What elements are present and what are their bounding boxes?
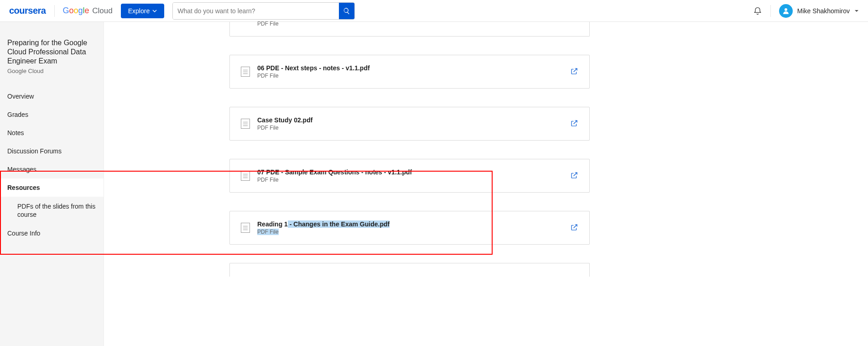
file-title-part1: Reading 1 bbox=[257, 220, 288, 228]
file-title: Reading 1 - Changes in the Exam Guide.pd… bbox=[257, 220, 563, 228]
user-menu[interactable]: Mike Shakhomirov bbox=[779, 4, 859, 18]
main-content: PDF File 06 PDE - Next steps - notes - v… bbox=[104, 22, 868, 346]
user-name: Mike Shakhomirov bbox=[797, 7, 850, 15]
coursera-logo[interactable]: coursera bbox=[9, 5, 46, 16]
file-type: PDF File bbox=[257, 125, 563, 131]
chevron-down-icon bbox=[152, 9, 157, 13]
file-icon bbox=[241, 119, 250, 129]
sidebar-item-resources[interactable]: Resources bbox=[0, 178, 104, 197]
external-link-icon bbox=[570, 171, 578, 179]
file-meta: Case Study 02.pdf PDF File bbox=[257, 116, 563, 131]
file-type: PDF File bbox=[257, 228, 563, 235]
header: coursera Google Cloud Explore Mike Shakh… bbox=[0, 0, 868, 22]
sidebar-item-discussion-forums[interactable]: Discussion Forums bbox=[0, 142, 104, 160]
avatar bbox=[779, 4, 793, 18]
file-meta: 07 PDE - Sample Exam Questions - notes -… bbox=[257, 168, 563, 183]
open-external-button[interactable] bbox=[570, 223, 578, 233]
file-card[interactable]: Case Study 02.pdf PDF File bbox=[229, 107, 590, 141]
open-external-button[interactable] bbox=[570, 171, 578, 181]
course-provider[interactable]: Google Cloud bbox=[7, 68, 96, 74]
open-external-button[interactable] bbox=[570, 119, 578, 129]
search-button[interactable] bbox=[339, 3, 354, 19]
notifications-button[interactable] bbox=[753, 6, 762, 16]
chevron-down-icon bbox=[854, 7, 859, 15]
file-meta: 06 PDE - Next steps - notes - v1.1.pdf P… bbox=[257, 64, 563, 79]
search-icon bbox=[343, 7, 350, 15]
open-external-button[interactable] bbox=[570, 67, 578, 77]
sidebar-item-course-info[interactable]: Course Info bbox=[0, 224, 104, 242]
external-link-icon bbox=[570, 67, 578, 75]
bell-icon bbox=[753, 6, 762, 16]
sidebar-item-overview[interactable]: Overview bbox=[0, 87, 104, 105]
file-type: PDF File bbox=[257, 73, 563, 79]
course-title[interactable]: Preparing for the Google Cloud Professio… bbox=[7, 38, 96, 66]
course-block: Preparing for the Google Cloud Professio… bbox=[0, 22, 104, 81]
google-cloud-logo[interactable]: Google Cloud bbox=[63, 6, 113, 16]
sidebar-item-notes[interactable]: Notes bbox=[0, 124, 104, 142]
file-type: PDF File bbox=[257, 21, 578, 27]
sidebar-item-messages[interactable]: Messages bbox=[0, 160, 104, 178]
file-title-part2-selected: - Changes in the Exam Guide.pdf bbox=[288, 220, 390, 228]
file-card[interactable]: Reading 5 - Exposing Solution Quality.pd… bbox=[229, 263, 590, 277]
file-type: PDF File bbox=[257, 177, 563, 183]
external-link-icon bbox=[570, 223, 578, 231]
file-icon bbox=[241, 171, 250, 181]
file-title: 07 PDE - Sample Exam Questions - notes -… bbox=[257, 168, 563, 176]
explore-label: Explore bbox=[128, 7, 150, 15]
divider bbox=[54, 5, 55, 17]
divider bbox=[770, 5, 771, 17]
file-meta: PDF File bbox=[257, 20, 578, 27]
file-icon bbox=[241, 223, 250, 233]
file-meta: Reading 1 - Changes in the Exam Guide.pd… bbox=[257, 220, 563, 235]
search-input[interactable] bbox=[173, 3, 339, 19]
sidebar-item-grades[interactable]: Grades bbox=[0, 105, 104, 124]
sidebar-item-pdfs-of-slides[interactable]: PDFs of the slides from this course bbox=[0, 197, 104, 224]
search-wrap bbox=[172, 2, 355, 20]
external-link-icon bbox=[570, 119, 578, 127]
person-icon bbox=[782, 7, 790, 15]
explore-button[interactable]: Explore bbox=[121, 4, 164, 18]
file-title: Case Study 02.pdf bbox=[257, 116, 563, 124]
file-card[interactable]: Reading 1 - Changes in the Exam Guide.pd… bbox=[229, 211, 590, 245]
file-card[interactable]: PDF File bbox=[229, 22, 590, 37]
file-meta: Reading 5 - Exposing Solution Quality.pd… bbox=[257, 271, 578, 277]
sidebar: Preparing for the Google Cloud Professio… bbox=[0, 22, 104, 346]
file-card[interactable]: 06 PDE - Next steps - notes - v1.1.pdf P… bbox=[229, 55, 590, 89]
file-icon bbox=[241, 67, 250, 77]
file-card[interactable]: 07 PDE - Sample Exam Questions - notes -… bbox=[229, 159, 590, 193]
file-title: 06 PDE - Next steps - notes - v1.1.pdf bbox=[257, 64, 563, 72]
